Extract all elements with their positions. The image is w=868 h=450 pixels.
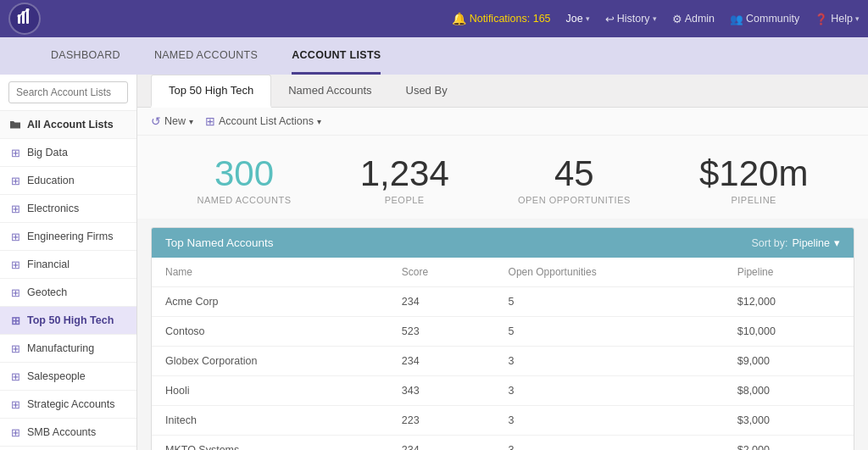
admin-menu[interactable]: ⚙ Admin [672, 13, 715, 25]
svg-rect-2 [26, 10, 29, 24]
sort-button[interactable]: Sort by: Pipeline ▾ [751, 236, 840, 249]
history-menu[interactable]: ↩ History ▾ [605, 13, 657, 25]
table-title: Top Named Accounts [165, 236, 274, 249]
account-name[interactable]: MKTO Systems [152, 436, 388, 451]
sidebar-item-financial[interactable]: ⊞ Financial [0, 251, 136, 279]
account-open-opps: 3 [495, 406, 724, 436]
help-menu[interactable]: ❓ Help ▾ [815, 13, 860, 25]
sidebar-item-manufacturing-label: Manufacturing [27, 342, 94, 354]
sidebar: All Account Lists ⊞ Big Data ⊞ Education… [0, 75, 137, 450]
account-open-opps: 5 [495, 287, 724, 317]
sidebar-item-smb-accounts[interactable]: ⊞ SMB Accounts [0, 419, 136, 447]
sidebar-item-financial-label: Financial [27, 258, 70, 270]
stat-pipeline: $120m PIPELINE [699, 156, 808, 205]
account-score: 234 [388, 347, 495, 376]
account-name[interactable]: Hooli [152, 376, 388, 406]
main-navigation: DASHBOARD NAMED ACCOUNTS ACCOUNT LISTS [0, 37, 868, 75]
account-score: 523 [388, 317, 495, 347]
account-pipeline: $2,000 [724, 436, 854, 451]
main-content: Top 50 High Tech Named Accounts Used By … [137, 75, 868, 450]
stat-pipeline-value: $120m [699, 156, 808, 192]
list-icon: ⊞ [8, 425, 22, 439]
sidebar-item-geotech[interactable]: ⊞ Geotech [0, 279, 136, 307]
sidebar-item-strategic-accounts[interactable]: ⊞ Strategic Accounts [0, 391, 136, 419]
account-name[interactable]: Initech [152, 406, 388, 436]
sub-tabs: Top 50 High Tech Named Accounts Used By [137, 75, 868, 108]
nav-named-accounts[interactable]: NAMED ACCOUNTS [154, 37, 258, 75]
account-pipeline: $10,000 [724, 317, 854, 347]
sidebar-item-engineering-firms[interactable]: ⊞ Engineering Firms [0, 223, 136, 251]
sidebar-item-geotech-label: Geotech [27, 286, 67, 298]
sidebar-item-all-label: All Account Lists [27, 119, 114, 131]
sidebar-item-education[interactable]: ⊞ Education [0, 167, 136, 195]
sidebar-item-engineering-label: Engineering Firms [27, 231, 113, 242]
list-icon: ⊞ [8, 174, 22, 187]
history-chevron-icon: ▾ [653, 14, 657, 23]
account-score: 234 [388, 287, 495, 317]
sidebar-item-manufacturing[interactable]: ⊞ Manufacturing [0, 335, 136, 363]
account-score: 234 [388, 436, 495, 451]
new-button[interactable]: ↺ New ▾ [151, 114, 193, 128]
stat-open-opps-label: OPEN OPPORTUNITIES [518, 195, 631, 205]
help-chevron-icon: ▾ [855, 14, 860, 23]
sidebar-item-strategic-label: Strategic Accounts [27, 398, 115, 410]
logo-icon [16, 8, 33, 30]
account-open-opps: 3 [495, 347, 724, 376]
stat-open-opportunities: 45 OPEN OPPORTUNITIES [518, 156, 631, 205]
sidebar-list: All Account Lists ⊞ Big Data ⊞ Education… [0, 111, 136, 450]
notifications-label: Notifications: 165 [470, 13, 551, 25]
search-input[interactable] [8, 81, 128, 103]
top-nav-actions: 🔔 Notifications: 165 Joe ▾ ↩ History ▾ ⚙… [452, 12, 860, 25]
table-header-row: Name Score Open Opportunities Pipeline [152, 258, 854, 287]
stat-open-opps-value: 45 [518, 156, 631, 192]
subtab-used-by[interactable]: Used By [389, 75, 465, 108]
list-icon: ⊞ [8, 146, 22, 159]
actions-button[interactable]: ⊞ Account List Actions ▾ [205, 114, 321, 128]
stats-row: 300 NAMED ACCOUNTS 1,234 PEOPLE 45 OPEN … [137, 136, 868, 219]
actions-icon: ⊞ [205, 114, 215, 128]
table-section: Top Named Accounts Sort by: Pipeline ▾ N… [151, 227, 854, 450]
stat-named-accounts: 300 NAMED ACCOUNTS [198, 156, 292, 205]
col-score: Score [388, 258, 495, 287]
sidebar-item-all[interactable]: All Account Lists [0, 111, 136, 139]
list-icon: ⊞ [8, 258, 22, 271]
account-pipeline: $12,000 [724, 287, 854, 317]
account-open-opps: 5 [495, 317, 724, 347]
sidebar-search-container [0, 75, 136, 111]
user-menu[interactable]: Joe ▾ [566, 13, 590, 25]
nav-dashboard[interactable]: DASHBOARD [51, 37, 120, 75]
sidebar-item-education-label: Education [27, 175, 75, 186]
nav-account-lists[interactable]: ACCOUNT LISTS [292, 37, 381, 75]
actions-chevron-icon: ▾ [317, 117, 321, 126]
sidebar-item-electronics[interactable]: ⊞ Electronics [0, 195, 136, 223]
sidebar-item-big-data-label: Big Data [27, 147, 68, 158]
new-icon: ↺ [151, 114, 161, 128]
stat-pipeline-label: PIPELINE [699, 195, 808, 205]
community-menu[interactable]: 👥 Community [730, 13, 799, 25]
toolbar: ↺ New ▾ ⊞ Account List Actions ▾ [137, 108, 868, 136]
sidebar-item-salespeople[interactable]: ⊞ Salespeople [0, 363, 136, 391]
stat-named-accounts-label: NAMED ACCOUNTS [198, 195, 292, 205]
subtab-named-accounts[interactable]: Named Accounts [271, 75, 388, 108]
account-name[interactable]: Contoso [152, 317, 388, 347]
notifications-button[interactable]: 🔔 Notifications: 165 [452, 12, 551, 25]
new-label: New [164, 115, 186, 127]
sidebar-item-top50hightech[interactable]: ⊞ Top 50 High Tech [0, 307, 136, 335]
help-label: Help [831, 13, 853, 25]
stat-people-value: 1,234 [360, 156, 449, 192]
community-icon: 👥 [730, 13, 743, 25]
svg-rect-0 [18, 17, 20, 24]
table-row: MKTO Systems 234 3 $2,000 [152, 436, 854, 451]
account-name[interactable]: Globex Corporation [152, 347, 388, 376]
stat-people-label: PEOPLE [360, 195, 449, 205]
subtab-top50[interactable]: Top 50 High Tech [151, 75, 271, 108]
account-name[interactable]: Acme Corp [152, 287, 388, 317]
sidebar-item-smb-chicago[interactable]: ⊞ SMB Chicago [0, 447, 136, 450]
user-name: Joe [566, 13, 583, 25]
table-row: Hooli 343 3 $8,000 [152, 376, 854, 406]
sidebar-item-big-data[interactable]: ⊞ Big Data [0, 139, 136, 167]
list-icon: ⊞ [8, 342, 22, 355]
app-logo[interactable] [8, 3, 41, 35]
list-icon: ⊞ [8, 314, 22, 327]
table-header: Top Named Accounts Sort by: Pipeline ▾ [152, 228, 854, 258]
